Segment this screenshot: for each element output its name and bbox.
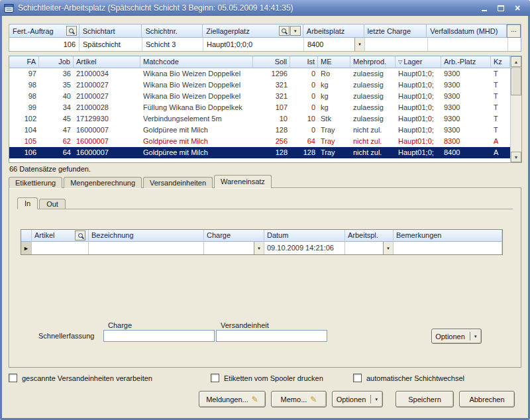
cell-ist: 0 xyxy=(290,102,318,113)
bemerkungen-field[interactable] xyxy=(394,242,502,254)
checkbox-etiketten-spooler[interactable]: Etiketten vom Spooler drucken xyxy=(211,374,323,382)
ziellagerplatz-search-button[interactable] xyxy=(279,26,290,36)
optionen-button[interactable]: Optionen ▼ xyxy=(332,391,383,407)
table-row[interactable]: 984021000027Wikana Bio Weizen Doppelkel3… xyxy=(9,91,510,102)
datum-field[interactable]: 09.10.2009 14:21:06 xyxy=(264,242,345,254)
subgrid-column-artikel[interactable]: Artikel xyxy=(32,230,89,242)
table-row[interactable]: 1066416000007Goldpüree mit Milch128128Tr… xyxy=(9,147,510,158)
cell-lager: Haupt01;0; xyxy=(396,113,441,125)
column-header-soll[interactable]: Soll xyxy=(253,56,290,68)
subgrid-column-datum[interactable]: Datum xyxy=(264,230,345,242)
column-header-mehrprod[interactable]: Mehrprod. xyxy=(350,56,396,68)
maximize-button[interactable] xyxy=(495,3,507,13)
cell-fa: 99 xyxy=(9,102,39,113)
cell-arbplatz: 9300 xyxy=(441,79,491,91)
row-selector[interactable]: ► xyxy=(21,242,32,254)
meldungen-button[interactable]: Meldungen... ✎ xyxy=(199,391,266,407)
checkbox-box[interactable] xyxy=(211,374,219,382)
charge-combobox[interactable]: ▼ xyxy=(204,242,264,254)
table-row[interactable]: 1044716000007Goldpüree mit Milch1280Tray… xyxy=(9,125,510,136)
chevron-down-icon[interactable]: ▼ xyxy=(254,242,264,254)
checkbox-gescannte-versandeinheiten[interactable]: gescannte Versandeinheiten verarbeiten xyxy=(9,374,152,382)
note-icon: ✎ xyxy=(252,395,258,403)
schichtnr-field[interactable]: Schicht 3 xyxy=(142,38,203,51)
subgrid-column-charge[interactable]: Charge xyxy=(204,230,264,242)
charge-input-label: Charge xyxy=(108,321,132,329)
vertical-scrollbar[interactable]: ▲ ▼ xyxy=(510,56,521,162)
table-row[interactable]: 983521000027Wikana Bio Weizen Doppelkel3… xyxy=(9,79,510,91)
arbeitspl-combobox[interactable]: ▼ xyxy=(345,242,394,254)
chevron-down-icon: ▼ xyxy=(293,29,297,33)
bezeichnung-field[interactable] xyxy=(89,242,204,254)
arbeitsplatz-combobox[interactable]: 8400 ▼ xyxy=(304,38,365,51)
memo-button[interactable]: Memo... ✎ xyxy=(271,391,327,407)
artikel-field[interactable] xyxy=(32,242,89,254)
subgrid-column-bezeichnung[interactable]: Bezeichnung xyxy=(89,230,204,242)
auftrag-grid: FAJobArtikelMatchcodeSollIstMEMehrprod.▽… xyxy=(9,56,522,163)
cell-matchcode: Goldpüree mit Milch xyxy=(140,125,253,136)
artikel-search-button[interactable] xyxy=(75,231,85,240)
cell-job: 34 xyxy=(39,102,74,113)
column-header-arbplatz[interactable]: Arb.-Platz xyxy=(441,56,491,68)
minimize-button[interactable] xyxy=(478,3,490,13)
column-header-kz[interactable]: Kz xyxy=(491,56,510,68)
subgrid-row[interactable]: ► ▼ 09.10.2009 14:21:06 ▼ xyxy=(21,242,502,254)
cell-mehrprod: nicht zul. xyxy=(350,125,396,136)
cell-fa: 98 xyxy=(9,79,39,91)
titlebar[interactable]: Schichtleiter-Arbeitsplatz (Spätschicht … xyxy=(0,0,530,16)
schnellerfassung-label: Schnellerfassung xyxy=(38,332,94,340)
subgrid-column-bemerkungen[interactable]: Bemerkungen xyxy=(394,230,502,242)
cell-me xyxy=(318,158,350,161)
chevron-down-icon[interactable]: ▼ xyxy=(354,38,364,51)
table-row[interactable]: 973621000034Wikana Bio Weizen Doppelkel1… xyxy=(9,68,510,79)
tab-wareneinsatz[interactable]: Wareneinsatz xyxy=(214,175,272,188)
abbrechen-button[interactable]: Abbrechen xyxy=(459,391,515,407)
column-header-matchcode[interactable]: Matchcode xyxy=(140,56,253,68)
column-header-fa[interactable]: FA xyxy=(9,56,39,68)
column-header-ist[interactable]: Ist xyxy=(290,56,318,68)
schichtart-field[interactable]: Spätschicht xyxy=(80,38,142,51)
scrollbar-thumb[interactable] xyxy=(511,68,521,95)
cell-soll: 107 xyxy=(253,102,290,113)
charge-input[interactable] xyxy=(103,330,215,342)
close-button[interactable]: × xyxy=(511,3,523,13)
versandeinheit-input[interactable] xyxy=(216,330,327,342)
column-header-lager[interactable]: ▽Lager xyxy=(396,56,441,68)
tab-mengenberechnung[interactable]: Mengenberechnung xyxy=(64,177,142,188)
scroll-up-button[interactable]: ▲ xyxy=(511,56,521,67)
cell-matchcode: Wikana Bio Weizen Doppelkel xyxy=(140,68,253,79)
column-header-me[interactable]: ME xyxy=(318,56,350,68)
more-options-button[interactable]: ... xyxy=(507,25,521,38)
table-row[interactable]: 21000034Wikana Bio Weizen Doppelkel xyxy=(9,158,510,161)
ziellagerplatz-dropdown-button[interactable]: ▼ xyxy=(290,26,301,36)
tab-in[interactable]: In xyxy=(17,197,38,209)
table-row[interactable]: 993421000028Füllung Wikana Bio Doppelkek… xyxy=(9,102,510,113)
table-row[interactable]: 1056216000007Goldpüree mit Milch25664Tra… xyxy=(9,136,510,147)
checkbox-box[interactable] xyxy=(353,374,362,382)
ziellagerplatz-field[interactable]: Haupt01;0;0;0 xyxy=(203,38,304,51)
chevron-down-icon[interactable]: ▼ xyxy=(383,242,393,254)
cell-artikel: 21000027 xyxy=(74,79,140,91)
cell-lager: Haupt01;0; xyxy=(396,79,441,91)
tab-etikettierung[interactable]: Etikettierung xyxy=(9,177,62,188)
verfallsdatum-field[interactable] xyxy=(428,38,508,51)
panel-optionen-button[interactable]: Optionen ▼ xyxy=(431,329,482,344)
cell-kz: T xyxy=(491,102,510,113)
fert-auftrag-field[interactable]: 106 xyxy=(9,38,80,51)
tab-versandeinheiten[interactable]: Versandeinheiten xyxy=(143,177,213,188)
scroll-down-button[interactable]: ▼ xyxy=(511,152,521,162)
table-row[interactable]: 1024517129930Verbindungselement 5m1010St… xyxy=(9,113,510,125)
fert-auftrag-search-button[interactable] xyxy=(66,26,77,36)
cell-kz: T xyxy=(491,68,510,79)
tab-out[interactable]: Out xyxy=(39,199,66,209)
column-header-job[interactable]: Job xyxy=(39,56,74,68)
subgrid-column-arbeitspl[interactable]: Arbeitspl. xyxy=(345,230,394,242)
checkbox-automatischer-schichtwechsel[interactable]: automatischer Schichtwechsel xyxy=(353,374,464,382)
cell-artikel: 21000034 xyxy=(74,68,140,79)
verfallsdatum-header: Verfallsdatum (MHD) xyxy=(427,25,507,38)
letzte-charge-field[interactable] xyxy=(365,38,428,51)
speichern-button[interactable]: Speichern xyxy=(396,391,454,407)
cell-me: Tray xyxy=(318,125,350,136)
column-header-artikel[interactable]: Artikel xyxy=(74,56,140,68)
checkbox-box[interactable] xyxy=(9,374,17,382)
